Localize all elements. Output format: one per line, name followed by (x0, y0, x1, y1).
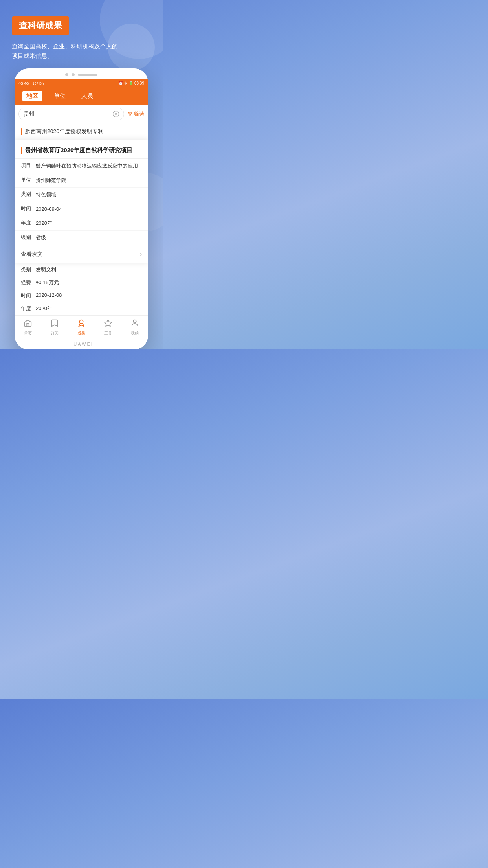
tab-unit[interactable]: 单位 (50, 91, 70, 101)
detail-row-unit: 单位 贵州师范学院 (15, 173, 148, 188)
label-level: 级别 (21, 234, 33, 241)
list-preview-item[interactable]: 黔西南州2020年度授权发明专利 (15, 123, 148, 140)
filter-label: 筛选 (134, 110, 144, 118)
below-row-fee: 经费 ¥0.15万元 (21, 276, 142, 289)
nav-item-subscribe[interactable]: 订阅 (50, 319, 59, 336)
status-bar: 4G 4G 157 B/s ⏰ ✲ 🔋 08:39 (15, 79, 148, 87)
bookmark-icon (50, 319, 59, 329)
alarm-icon: ⏰ (118, 81, 123, 85)
label-project: 项目 (21, 162, 33, 169)
person-icon (130, 319, 139, 329)
list-item-border (21, 128, 22, 135)
detail-row-time: 时间 2020-09-04 (15, 202, 148, 217)
phone-camera (65, 73, 68, 76)
speed-text: 157 B/s (33, 81, 45, 85)
svg-point-1 (79, 320, 83, 324)
value-project: 黔产钩藤叶在预防动物运输应激反应中的应用 (36, 162, 142, 170)
filter-button[interactable]: 筛选 (127, 110, 144, 118)
detail-card: 贵州省教育厅2020年度自然科学研究项目 项目 黔产钩藤叶在预防动物运输应激反应… (15, 140, 148, 263)
phone-sensor (72, 73, 75, 76)
nav-item-results[interactable]: 成果 (77, 319, 86, 336)
below-value-year: 2020年 (36, 305, 52, 312)
bluetooth-icon: ✲ (124, 81, 127, 85)
view-more-label: 查看发文 (21, 251, 43, 258)
below-row-category: 类别 发明文利 (21, 263, 142, 276)
card-title-bar: 贵州省教育厅2020年度自然科学研究项目 (15, 140, 148, 159)
header-area: 查科研成果 查询全国高校、企业、科研机构及个人的项目成果信息。 (0, 0, 163, 68)
title-badge: 查科研成果 (12, 16, 69, 35)
svg-marker-2 (105, 320, 112, 326)
list-preview-text: 黔西南州2020年度授权发明专利 (25, 128, 103, 135)
chevron-right-icon: › (140, 251, 142, 258)
phone-brand: HUAWEI (15, 338, 148, 349)
below-label-category: 类别 (21, 266, 33, 273)
below-row-year: 年度 2020年 (21, 302, 142, 315)
app-tabs: 地区 单位 人员 (15, 87, 148, 105)
below-value-category: 发明文利 (36, 266, 56, 273)
brand-text: HUAWEI (69, 342, 94, 346)
nav-item-tools[interactable]: 工具 (104, 319, 112, 336)
card-title-text: 贵州省教育厅2020年度自然科学研究项目 (25, 146, 132, 154)
label-category: 类别 (21, 191, 33, 198)
status-left: 4G 4G 157 B/s (18, 81, 44, 85)
detail-row-year: 年度 2020年 (15, 216, 148, 231)
nav-item-mine[interactable]: 我的 (130, 319, 139, 336)
bottom-nav: 首页 订阅 成果 工具 (15, 315, 148, 338)
detail-row-level: 级别 省级 (15, 231, 148, 245)
detail-row-category: 类别 特色领域 (15, 188, 148, 202)
value-unit: 贵州师范学院 (36, 177, 142, 184)
value-category: 特色领域 (36, 191, 142, 199)
subtitle-text: 查询全国高校、企业、科研机构及个人的项目成果信息。 (12, 42, 122, 61)
filter-icon (127, 111, 133, 117)
search-value: 贵州 (24, 110, 35, 118)
phone-speaker (78, 74, 97, 76)
below-value-time: 2020-12-08 (36, 292, 62, 299)
below-label-year: 年度 (21, 305, 33, 312)
nav-label-tools: 工具 (104, 331, 112, 336)
phone-mockup: 4G 4G 157 B/s ⏰ ✲ 🔋 08:39 地区 单位 人员 贵州 × (15, 68, 148, 349)
label-unit: 单位 (21, 177, 33, 184)
below-label-fee: 经费 (21, 279, 33, 286)
below-value-fee: ¥0.15万元 (36, 279, 59, 286)
detail-row-project: 项目 黔产钩藤叶在预防动物运输应激反应中的应用 (15, 159, 148, 173)
label-year: 年度 (21, 219, 33, 226)
nav-label-home: 首页 (24, 331, 32, 336)
nav-item-home[interactable]: 首页 (24, 319, 32, 336)
below-label-time: 时间 (21, 292, 33, 299)
detail-rows: 项目 黔产钩藤叶在预防动物运输应激反应中的应用 单位 贵州师范学院 类别 特色领… (15, 159, 148, 245)
below-row-time: 时间 2020-12-08 (21, 289, 142, 302)
value-level: 省级 (36, 234, 142, 242)
phone-top-bar (15, 68, 148, 79)
search-input-wrap[interactable]: 贵州 × (18, 108, 124, 120)
tab-region[interactable]: 地区 (22, 91, 42, 101)
card-title-border (21, 147, 22, 154)
tab-person[interactable]: 人员 (77, 91, 97, 101)
nav-label-mine: 我的 (131, 331, 139, 336)
value-time: 2020-09-04 (36, 205, 142, 213)
view-more-button[interactable]: 查看发文 › (15, 245, 148, 263)
nav-label-subscribe: 订阅 (51, 331, 59, 336)
ribbon-icon (77, 319, 86, 329)
signal-text: 4G 4G (18, 81, 29, 85)
home-icon (24, 319, 32, 329)
label-time: 时间 (21, 205, 33, 212)
battery-icon: 🔋 (128, 81, 133, 85)
below-card-rows: 类别 发明文利 经费 ¥0.15万元 时间 2020-12-08 年度 2020… (15, 263, 148, 315)
gear-icon (104, 319, 112, 329)
search-clear-button[interactable]: × (113, 111, 119, 117)
status-right: ⏰ ✲ 🔋 08:39 (118, 81, 144, 85)
value-year: 2020年 (36, 219, 142, 227)
search-area: 贵州 × 筛选 (15, 105, 148, 123)
time-display: 08:39 (134, 81, 144, 85)
svg-point-3 (133, 320, 136, 323)
nav-label-results: 成果 (77, 331, 85, 336)
